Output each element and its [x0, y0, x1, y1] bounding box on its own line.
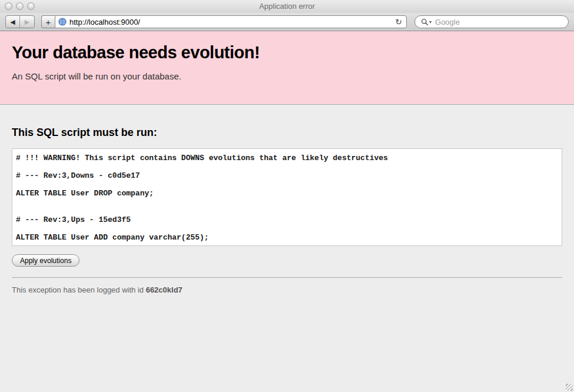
back-icon: ◀	[10, 18, 15, 26]
search-placeholder: Google	[435, 18, 460, 26]
address-bar[interactable]: http://localhost:9000/ ↻	[55, 15, 407, 28]
url-text[interactable]: http://localhost:9000/	[69, 18, 395, 26]
window-titlebar: Application error	[0, 0, 574, 13]
resize-grip[interactable]	[566, 384, 573, 391]
minimize-window-button[interactable]	[16, 2, 24, 10]
apply-evolutions-button[interactable]: Apply evolutions	[12, 254, 79, 267]
close-window-button[interactable]	[5, 2, 12, 10]
zoom-window-button[interactable]	[27, 2, 35, 10]
back-button[interactable]: ◀	[6, 16, 20, 28]
new-tab-button[interactable]: +	[41, 15, 55, 28]
browser-toolbar: ◀ ▶ + http://localhost:9000/ ↻ ▾ Google	[0, 13, 574, 31]
forward-icon: ▶	[25, 18, 29, 26]
sql-script-block: # !!! WARNING! This script contains DOWN…	[12, 148, 562, 246]
main-content: This SQL script must be run: # !!! WARNI…	[0, 127, 574, 278]
page-title: Your database needs evolution!	[12, 43, 562, 62]
error-banner: Your database needs evolution! An SQL sc…	[0, 31, 574, 105]
search-icon	[421, 18, 429, 26]
exception-id: 662c0kld7	[146, 285, 183, 294]
forward-button[interactable]: ▶	[20, 16, 34, 28]
sql-section-heading: This SQL script must be run:	[12, 127, 562, 139]
search-options-caret-icon[interactable]: ▾	[429, 19, 432, 25]
page-subtitle: An SQL script will be run on your databa…	[12, 71, 562, 81]
exception-message: This exception has been logged with id	[12, 285, 146, 294]
window-title: Application error	[0, 0, 574, 13]
reload-icon[interactable]: ↻	[395, 18, 402, 26]
search-field[interactable]: ▾ Google	[414, 15, 569, 28]
plus-icon: +	[46, 17, 51, 27]
globe-icon	[58, 18, 67, 26]
nav-buttons: ◀ ▶	[5, 15, 35, 28]
exception-footer: This exception has been logged with id 6…	[0, 278, 574, 302]
traffic-lights	[5, 2, 35, 10]
